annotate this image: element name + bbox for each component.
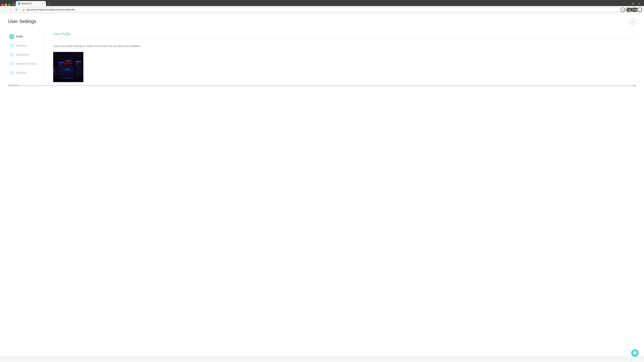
tab-bar: ▾ Breezy HR ✕ + ⧉ ✕ (0, 0, 644, 6)
scroll-right-button[interactable]: ▶ (633, 85, 636, 86)
sidebar-item-profile[interactable]: Profile (8, 32, 41, 41)
password-nav-icon (10, 43, 14, 48)
nav-actions: ☆ ⊞ 🕵 Incognito ⋮ (620, 7, 642, 12)
reload-button[interactable]: ↻ (14, 7, 19, 12)
profile-nav-icon (10, 34, 14, 39)
scrollbar-thumb[interactable] (8, 85, 18, 86)
sidebar-keyboard-shortcuts-label: Keyboard Shortcuts (16, 62, 37, 65)
scrollbar-container[interactable]: ▶ (8, 85, 636, 86)
chat-button[interactable] (631, 349, 639, 356)
window-close-button[interactable] (1, 4, 4, 6)
tab-group-arrow[interactable]: ▾ (12, 3, 16, 6)
keyboard-nav-icon (10, 61, 14, 66)
sidebar-signature-label: Signature (16, 71, 26, 74)
sidebar-item-keyboard-shortcuts[interactable]: Keyboard Shortcuts (8, 59, 41, 68)
notifications-nav-icon (10, 52, 14, 57)
sidebar-item-signature[interactable]: Signature (8, 68, 41, 77)
forward-button[interactable]: → (8, 7, 13, 12)
sidebar: Profile Password (8, 32, 45, 82)
section-title: User Profile (53, 32, 636, 36)
close-window-button[interactable]: ✕ (636, 1, 641, 6)
page-content: User Settings × Profile (0, 13, 644, 356)
window-controls (1, 4, 10, 6)
sidebar-item-password[interactable]: Password (8, 41, 41, 50)
sidebar-notifications-label: Notifications (16, 53, 29, 56)
bookmark-button[interactable]: ☆ (620, 7, 625, 12)
main-content: User Profile A good user profile will he… (45, 32, 636, 82)
sidebar-item-notifications[interactable]: Notifications (8, 50, 41, 59)
section-description: A good user profile will help you better… (53, 44, 636, 48)
security-icon: 🔒 (22, 8, 25, 11)
section-divider (53, 39, 636, 39)
tab-title: Breezy HR (22, 2, 32, 5)
svg-rect-2 (10, 63, 13, 64)
tab-close-button[interactable]: ✕ (41, 2, 44, 5)
back-button[interactable]: ← (2, 7, 7, 12)
url-text: app.breezy.hr/app/c/moodjoy/company/user… (26, 8, 617, 11)
address-bar[interactable]: 🔒 app.breezy.hr/app/c/moodjoy/company/us… (20, 7, 619, 12)
sidebar-password-label: Password (16, 44, 26, 47)
svg-rect-46 (53, 52, 83, 82)
new-tab-button[interactable]: + (47, 1, 52, 6)
close-settings-button[interactable]: × (630, 19, 636, 25)
menu-button[interactable]: ⋮ (637, 7, 642, 12)
page-title: User Settings (8, 19, 636, 24)
window-maximize-button[interactable] (8, 4, 10, 6)
tab-favicon (18, 2, 20, 5)
window-minimize-button[interactable] (5, 4, 7, 6)
browser-chrome: ▾ Breezy HR ✕ + ⧉ ✕ ← → ↻ 🔒 app.breezy.h… (0, 0, 644, 13)
restore-button[interactable]: ⧉ (630, 1, 635, 6)
settings-layout: Profile Password (8, 32, 636, 82)
signature-nav-icon (10, 70, 14, 75)
sidebar-profile-label: Profile (16, 35, 23, 38)
nav-bar: ← → ↻ 🔒 app.breezy.hr/app/c/moodjoy/comp… (0, 6, 644, 13)
profile-image[interactable]: Coca-Cola CityWalk (53, 52, 83, 82)
close-icon: × (632, 20, 634, 24)
active-tab[interactable]: Breezy HR ✕ (16, 1, 46, 6)
browser-profile-button[interactable]: 🕵 Incognito (632, 7, 636, 12)
